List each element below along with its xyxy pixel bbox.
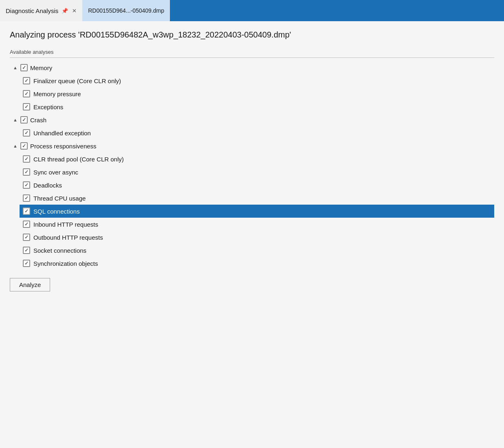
tree-child-synchronization-objects[interactable]: Synchronization objects	[20, 257, 494, 270]
close-icon[interactable]: ✕	[72, 8, 77, 14]
child-label-inbound-http: Inbound HTTP requests	[33, 221, 98, 228]
child-checkbox-exceptions[interactable]	[23, 103, 30, 110]
child-label-clr-thread-pool: CLR thread pool (Core CLR only)	[33, 156, 124, 163]
child-label-sync-over-async: Sync over async	[33, 169, 78, 176]
child-label-deadlocks: Deadlocks	[33, 182, 62, 189]
child-label-exceptions: Exceptions	[33, 104, 63, 110]
child-checkbox-unhandled-exception[interactable]	[23, 129, 30, 137]
tree-child-sync-over-async[interactable]: Sync over async	[20, 166, 494, 179]
tree-child-inbound-http[interactable]: Inbound HTTP requests	[20, 218, 494, 231]
child-label-socket-connections: Socket connections	[33, 247, 86, 254]
child-label-finalizer-queue: Finalizer queue (Core CLR only)	[33, 77, 121, 84]
tree-group-memory: ▲ Memory Finalizer queue (Core CLR only)…	[10, 61, 494, 113]
tree-parent-process-responsiveness[interactable]: ▲ Process responsiveness	[10, 139, 494, 152]
child-checkbox-synchronization-objects[interactable]	[23, 260, 30, 267]
tree-child-finalizer-queue[interactable]: Finalizer queue (Core CLR only)	[20, 74, 494, 87]
pin-icon[interactable]: 📌	[62, 8, 68, 14]
tree-parent-crash[interactable]: ▲ Crash	[10, 113, 494, 126]
tree-children-crash: Unhandled exception	[20, 126, 494, 139]
tree-child-deadlocks[interactable]: Deadlocks	[20, 179, 494, 192]
child-checkbox-deadlocks[interactable]	[23, 181, 30, 189]
page-title: Analyzing process 'RD00155D96482A_w3wp_1…	[10, 29, 494, 40]
child-label-unhandled-exception: Unhandled exception	[33, 130, 91, 137]
child-checkbox-clr-thread-pool[interactable]	[23, 155, 30, 163]
parent-checkbox-process-responsiveness[interactable]	[20, 142, 28, 150]
child-label-sql-connections: SQL connections	[33, 208, 80, 215]
tree-children-memory: Finalizer queue (Core CLR only) Memory p…	[20, 74, 494, 113]
analyze-button[interactable]: Analyze	[10, 278, 50, 291]
tree-child-thread-cpu-usage[interactable]: Thread CPU usage	[20, 192, 494, 205]
tree-child-sql-connections[interactable]: SQL connections	[20, 205, 494, 218]
section-divider	[10, 57, 494, 58]
child-checkbox-finalizer-queue[interactable]	[23, 77, 30, 84]
tree-group-crash: ▲ Crash Unhandled exception	[10, 113, 494, 139]
tree-child-memory-pressure[interactable]: Memory pressure	[20, 87, 494, 100]
parent-checkbox-crash[interactable]	[20, 116, 28, 124]
child-label-synchronization-objects: Synchronization objects	[33, 260, 98, 267]
parent-checkbox-memory[interactable]	[20, 64, 28, 71]
child-checkbox-inbound-http[interactable]	[23, 221, 30, 228]
tree-child-socket-connections[interactable]: Socket connections	[20, 244, 494, 257]
child-label-thread-cpu-usage: Thread CPU usage	[33, 195, 86, 202]
collapse-arrow: ▲	[13, 65, 18, 70]
tree-parent-memory[interactable]: ▲ Memory	[10, 61, 494, 74]
tree-child-exceptions[interactable]: Exceptions	[20, 100, 494, 113]
secondary-tab[interactable]: RD00155D964...-050409.dmp	[82, 0, 170, 21]
app-title: Diagnostic Analysis	[6, 7, 58, 14]
child-label-memory-pressure: Memory pressure	[33, 90, 81, 97]
parent-label-process-responsiveness: Process responsiveness	[30, 143, 97, 150]
section-label: Available analyses	[10, 49, 494, 55]
child-checkbox-outbound-http[interactable]	[23, 234, 30, 241]
tree-child-unhandled-exception[interactable]: Unhandled exception	[20, 126, 494, 139]
collapse-arrow: ▲	[13, 117, 18, 122]
child-checkbox-memory-pressure[interactable]	[23, 90, 30, 97]
child-label-outbound-http: Outbound HTTP requests	[33, 234, 103, 241]
active-tab[interactable]: Diagnostic Analysis 📌 ✕	[0, 0, 82, 21]
parent-label-memory: Memory	[30, 64, 52, 71]
tree-child-outbound-http[interactable]: Outbound HTTP requests	[20, 231, 494, 244]
main-content: Analyzing process 'RD00155D96482A_w3wp_1…	[0, 21, 504, 448]
tree-child-clr-thread-pool[interactable]: CLR thread pool (Core CLR only)	[20, 152, 494, 166]
child-checkbox-sql-connections[interactable]	[23, 207, 30, 215]
child-checkbox-sync-over-async[interactable]	[23, 168, 30, 176]
child-checkbox-thread-cpu-usage[interactable]	[23, 194, 30, 202]
tree-children-process-responsiveness: CLR thread pool (Core CLR only) Sync ove…	[20, 152, 494, 270]
analysis-tree: ▲ Memory Finalizer queue (Core CLR only)…	[10, 61, 494, 270]
parent-label-crash: Crash	[30, 117, 46, 124]
tree-group-process-responsiveness: ▲ Process responsiveness CLR thread pool…	[10, 139, 494, 270]
collapse-arrow: ▲	[13, 143, 18, 148]
child-checkbox-socket-connections[interactable]	[23, 247, 30, 254]
tab-label: RD00155D964...-050409.dmp	[88, 7, 164, 14]
title-bar: Diagnostic Analysis 📌 ✕ RD00155D964...-0…	[0, 0, 504, 21]
